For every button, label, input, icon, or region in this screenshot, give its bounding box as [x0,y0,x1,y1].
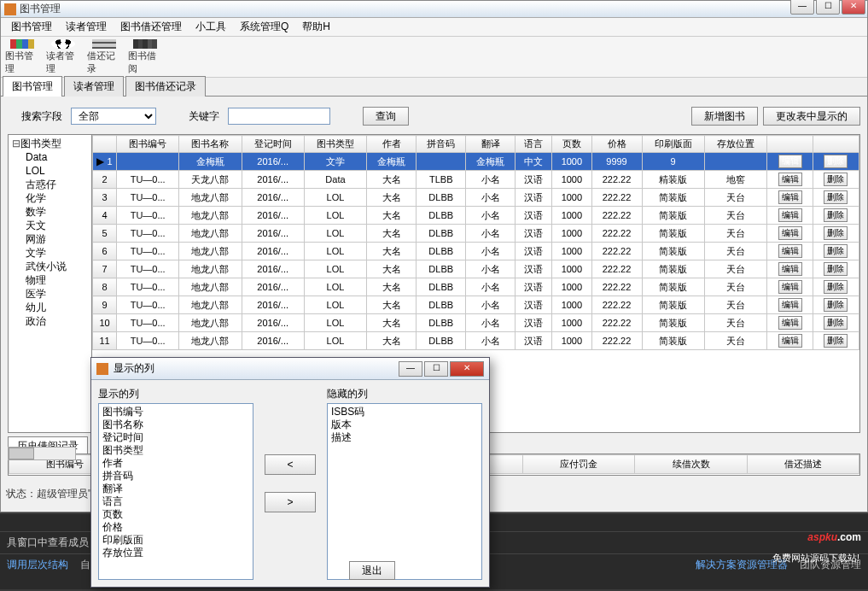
table-row[interactable]: 10TU—0...地龙八部2016/...LOL大名DLBB小名汉语100022… [93,314,859,332]
table-row[interactable]: 8TU—0...地龙八部2016/...LOL大名DLBB小名汉语1000222… [93,278,859,296]
edit-button[interactable]: 编辑 [778,226,802,240]
list-item[interactable]: 存放位置 [101,547,251,559]
change-columns-button[interactable]: 更改表中显示的 [763,107,860,126]
keyword-input[interactable] [228,108,330,125]
delete-button[interactable]: 删除 [824,244,848,258]
search-field-select[interactable]: 全部 [71,108,156,125]
table-row[interactable]: 2TU—0...天龙八部2016/...Data大名TLBB小名汉语100022… [93,171,859,189]
table-row[interactable]: 9TU—0...地龙八部2016/...LOL大名DLBB小名汉语1000222… [93,296,859,314]
tree-root-node[interactable]: ⊟图书类型 [12,137,90,150]
edit-button[interactable]: 编辑 [778,208,802,222]
delete-button[interactable]: 删除 [824,316,848,330]
dialog-maximize-button[interactable]: ☐ [424,361,448,377]
table-row[interactable]: 5TU—0...地龙八部2016/...LOL大名DLBB小名汉语1000222… [93,225,859,243]
table-row[interactable]: 11TU—0...地龙八部2016/...LOL大名DLBB小名汉语100022… [93,332,859,350]
grid-header[interactable]: 页数 [552,136,591,153]
move-right-button[interactable]: > [265,492,316,512]
main-tab[interactable]: 读者管理 [64,76,124,97]
dialog-exit-button[interactable]: 退出 [349,561,395,580]
tree-node[interactable]: 古惑仔 [26,178,90,191]
delete-button[interactable]: 删除 [824,334,848,348]
grid-header[interactable]: 翻译 [466,136,516,153]
toolbar-button[interactable]: 图书借阅 [127,38,163,76]
list-item[interactable]: 印刷版面 [101,534,251,547]
grid-header[interactable]: 印刷版面 [642,136,704,153]
move-left-button[interactable]: < [265,454,316,475]
delete-button[interactable]: 删除 [824,280,848,294]
dialog-titlebar[interactable]: 显示的列 — ☐ ✕ [91,358,489,380]
tree-node[interactable]: 文学 [26,246,90,260]
grid-header[interactable]: 图书类型 [304,136,366,153]
add-book-button[interactable]: 新增图书 [691,107,758,126]
delete-button[interactable]: 删除 [824,226,848,240]
query-button[interactable]: 查询 [363,107,409,126]
tree-node[interactable]: 武侠小说 [26,260,90,273]
table-row[interactable]: 4TU—0...地龙八部2016/...LOL大名DLBB小名汉语1000222… [93,207,859,225]
list-item[interactable]: 价格 [101,521,251,534]
history-header[interactable]: 借还描述 [747,455,859,474]
list-item[interactable]: 翻译 [101,483,251,495]
grid-header[interactable]: 拼音码 [417,136,466,153]
delete-button[interactable]: 删除 [824,155,848,168]
list-item[interactable]: 图书名称 [101,418,251,431]
edit-button[interactable]: 编辑 [778,262,802,276]
toolbar-button[interactable]: 图书管理 [4,38,40,76]
minimize-button[interactable]: — [790,0,814,15]
table-row[interactable]: 3TU—0...地龙八部2016/...LOL大名DLBB小名汉语1000222… [93,189,859,207]
category-tree[interactable]: ⊟图书类型 DataLOL古惑仔化学数学天文网游文学武侠小说物理医学幼儿政治 [9,135,92,432]
list-item[interactable]: 作者 [101,457,251,470]
table-row[interactable]: 7TU—0...地龙八部2016/...LOL大名DLBB小名汉语1000222… [93,260,859,278]
tree-node[interactable]: 网游 [26,232,90,246]
grid-header[interactable]: 语言 [516,136,552,153]
edit-button[interactable]: 编辑 [778,334,802,348]
list-item[interactable]: 图书编号 [101,406,251,418]
history-header[interactable]: 续借次数 [635,455,747,474]
delete-button[interactable]: 删除 [824,173,848,186]
grid-header[interactable]: 作者 [367,136,417,153]
table-row[interactable]: 6TU—0...地龙八部2016/...LOL大名DLBB小名汉语1000222… [93,243,859,260]
list-item[interactable]: 语言 [101,495,251,508]
horizontal-scrollbar[interactable] [8,447,76,460]
close-button[interactable]: ✕ [842,0,865,15]
grid-header[interactable]: 价格 [591,136,642,153]
main-tab[interactable]: 图书借还记录 [125,76,206,97]
edit-button[interactable]: 编辑 [778,190,802,204]
edit-button[interactable]: 编辑 [778,155,802,168]
tree-node[interactable]: 幼儿 [26,301,90,314]
tree-node[interactable]: 数学 [26,205,90,219]
menu-item[interactable]: 图书借还管理 [114,18,189,36]
menu-item[interactable]: 读者管理 [59,18,114,36]
tree-node[interactable]: 政治 [26,314,90,328]
table-row[interactable]: ▶ 1金梅瓶2016/...文学金梅瓶金梅瓶中文100099999编辑删除 [93,153,859,171]
edit-button[interactable]: 编辑 [778,244,802,258]
list-item[interactable]: 登记时间 [101,431,251,444]
menu-item[interactable]: 小工具 [189,18,233,36]
list-item[interactable]: 拼音码 [101,470,251,483]
menu-item[interactable]: 图书管理 [4,18,59,36]
grid-header[interactable]: 存放位置 [704,136,766,153]
delete-button[interactable]: 删除 [824,190,848,204]
grid-header[interactable]: 图书编号 [117,136,179,153]
toolbar-button[interactable]: 借还记录 [86,38,122,76]
list-item[interactable]: 图书类型 [101,444,251,457]
edit-button[interactable]: 编辑 [778,316,802,330]
delete-button[interactable]: 删除 [824,208,848,222]
edit-button[interactable]: 编辑 [778,298,802,312]
shown-columns-list[interactable]: 图书编号图书名称登记时间图书类型作者拼音码翻译语言页数价格印刷版面存放位置 [98,403,253,580]
grid-header[interactable]: 图书名称 [179,136,242,153]
maximize-button[interactable]: ☐ [816,0,840,15]
list-item[interactable]: 版本 [329,418,480,431]
tree-node[interactable]: Data [26,150,90,164]
menu-item[interactable]: 帮助H [295,18,337,36]
tree-node[interactable]: LOL [26,164,90,178]
history-header[interactable]: 应付罚金 [523,455,635,474]
delete-button[interactable]: 删除 [824,262,848,276]
tree-node[interactable]: 物理 [26,273,90,287]
tree-node[interactable]: 天文 [26,219,90,232]
grid-header[interactable]: 登记时间 [242,136,304,153]
edit-button[interactable]: 编辑 [778,280,802,294]
call-hierarchy-link[interactable]: 调用层次结构 [7,558,68,572]
list-item[interactable]: 描述 [329,431,480,444]
main-tab[interactable]: 图书管理 [3,76,62,97]
dialog-minimize-button[interactable]: — [399,361,422,377]
